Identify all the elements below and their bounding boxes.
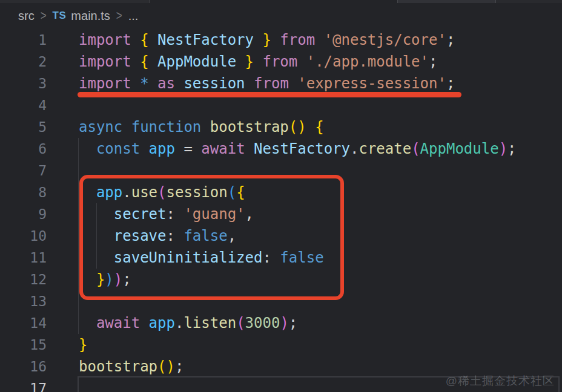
- code-token: from: [254, 53, 306, 70]
- code-line-row: 3import * as session from 'express-sessi…: [0, 73, 562, 94]
- code-token: 3000: [245, 315, 280, 332]
- line-number[interactable]: 5: [0, 116, 47, 138]
- code-token: AppModule: [157, 53, 236, 70]
- code-token: import: [79, 75, 140, 92]
- indent-guide: [78, 138, 79, 334]
- line-number[interactable]: 8: [0, 181, 47, 203]
- code-token: NestFactory: [157, 31, 254, 48]
- code-token: () {: [289, 119, 324, 136]
- line-number[interactable]: 12: [0, 269, 47, 290]
- code-token: ): [499, 140, 507, 157]
- code-token: (): [157, 358, 175, 375]
- code-token: }: [254, 31, 271, 48]
- code-line[interactable]: }: [79, 334, 87, 356]
- code-line-row: 4: [0, 94, 562, 116]
- line-number[interactable]: 13: [0, 290, 47, 312]
- code-token: =: [175, 140, 201, 157]
- code-token: listen: [183, 315, 236, 332]
- code-token: from: [245, 75, 298, 92]
- code-token: bootstrap: [210, 119, 289, 136]
- code-token: ;: [175, 358, 183, 375]
- chevron-right-icon: >: [116, 8, 122, 24]
- breadcrumb-file[interactable]: main.ts: [71, 9, 110, 23]
- line-number[interactable]: 16: [0, 356, 47, 377]
- typescript-file-icon: TS: [53, 10, 67, 22]
- code-token: {: [140, 31, 157, 48]
- code-line-row: 6 const app = await NestFactory.create(A…: [0, 138, 562, 160]
- code-line[interactable]: const app = await NestFactory.create(App…: [79, 138, 517, 160]
- code-token: session: [183, 75, 245, 92]
- code-token: [79, 315, 96, 332]
- code-token: app: [149, 140, 175, 157]
- line-number[interactable]: 7: [0, 160, 47, 181]
- code-line-row: 5async function bootstrap() {: [0, 116, 562, 138]
- code-line-row: 2import { AppModule } from './app.module…: [0, 51, 562, 73]
- code-line-row: 1import { NestFactory } from '@nestjs/co…: [0, 29, 562, 51]
- code-line[interactable]: bootstrap();: [79, 356, 183, 377]
- line-number[interactable]: 17: [0, 377, 47, 392]
- code-token: [79, 140, 96, 157]
- code-token: AppModule: [420, 140, 499, 157]
- code-token: }: [236, 53, 254, 70]
- code-line[interactable]: await app.listen(3000);: [79, 312, 297, 334]
- line-number[interactable]: 14: [0, 312, 47, 334]
- chevron-right-icon: >: [41, 8, 47, 24]
- red-box-annotation: [79, 175, 344, 300]
- code-line-row: 14 await app.listen(3000);: [0, 312, 562, 334]
- line-number[interactable]: 3: [0, 73, 47, 94]
- breadcrumb-more[interactable]: ...: [128, 9, 139, 23]
- breadcrumb: src > TS main.ts > ...: [0, 3, 562, 28]
- code-token: '@nestjs/core': [324, 31, 446, 48]
- code-token: bootstrap: [79, 358, 157, 375]
- code-token: NestFactory: [254, 140, 350, 157]
- line-number[interactable]: 1: [0, 29, 47, 51]
- code-token: ): [280, 315, 288, 332]
- code-token: async function: [79, 119, 210, 136]
- code-token: (: [236, 315, 245, 332]
- vscode-editor-window: src > TS main.ts > ... 1import { NestFac…: [0, 0, 562, 392]
- code-token: {: [140, 53, 157, 70]
- code-token: ;: [507, 140, 516, 157]
- code-line[interactable]: import { NestFactory } from '@nestjs/cor…: [79, 29, 455, 51]
- code-token: import: [79, 53, 140, 70]
- breadcrumb-folder[interactable]: src: [18, 9, 35, 23]
- code-token: (: [411, 140, 420, 157]
- code-line[interactable]: async function bootstrap() {: [79, 116, 324, 138]
- code-token: .: [350, 140, 359, 157]
- code-token: await: [201, 140, 254, 157]
- code-token: as: [157, 75, 183, 92]
- code-token: app: [149, 315, 175, 332]
- code-token: ;: [289, 315, 297, 332]
- line-number[interactable]: 11: [0, 247, 47, 269]
- line-number[interactable]: 6: [0, 138, 47, 160]
- code-token: ;: [446, 75, 455, 92]
- line-number[interactable]: 15: [0, 334, 47, 356]
- line-number[interactable]: 10: [0, 225, 47, 247]
- code-token: .: [175, 315, 183, 332]
- code-token: await: [96, 315, 149, 332]
- code-token: const: [96, 140, 149, 157]
- code-token: create: [359, 140, 411, 157]
- code-line[interactable]: import { AppModule } from './app.module'…: [79, 51, 437, 73]
- code-token: 'express-session': [297, 75, 446, 92]
- code-token: }: [79, 336, 87, 353]
- code-token: './app.module': [306, 53, 429, 70]
- line-number[interactable]: 2: [0, 51, 47, 73]
- red-underline-annotation: [78, 92, 461, 97]
- line-number[interactable]: 4: [0, 94, 47, 116]
- code-token: ;: [429, 53, 437, 70]
- line-number[interactable]: 9: [0, 203, 47, 225]
- watermark: @稀土掘金技术社区: [446, 373, 555, 389]
- code-line-row: 15}: [0, 334, 562, 356]
- code-token: ;: [446, 31, 455, 48]
- code-line[interactable]: import * as session from 'express-sessio…: [79, 73, 455, 94]
- code-token: *: [140, 75, 157, 92]
- code-token: import: [79, 31, 140, 48]
- code-token: from: [271, 31, 324, 48]
